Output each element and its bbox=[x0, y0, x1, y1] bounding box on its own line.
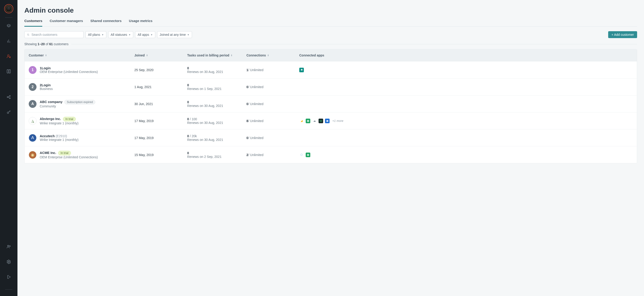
share-icon[interactable] bbox=[4, 92, 13, 102]
col-tasks[interactable]: Tasks used in billing period▲▼ bbox=[183, 49, 242, 61]
chevron-down-icon: ▼ bbox=[150, 33, 153, 36]
table-row[interactable]: ◉ACME Inc.In trialOEM Enterprise (Unlimi… bbox=[24, 146, 637, 163]
svg-point-17 bbox=[8, 261, 10, 263]
toolbar: All plans▼ All statuses▼ All apps▼ Joine… bbox=[24, 31, 637, 38]
customer-ext-id: (E2910) bbox=[55, 134, 67, 138]
customer-name: ACME Inc. bbox=[40, 151, 56, 155]
customers-table: Customer▲▼ Joined▲▼ Tasks used in billin… bbox=[24, 49, 637, 163]
sidebar-separator-bottom bbox=[5, 289, 12, 290]
avatar: ◮ bbox=[29, 117, 36, 125]
cell-apps bbox=[295, 129, 637, 146]
cell-connections: 1 / Unlimited bbox=[242, 61, 295, 78]
chevron-down-icon: ▼ bbox=[128, 33, 131, 36]
connected-app-icon: ▦ bbox=[306, 153, 310, 157]
cell-connections: 2 / Unlimited bbox=[242, 146, 295, 163]
status-badge: In trial bbox=[58, 151, 71, 155]
connected-app-icon: ☁ bbox=[312, 119, 317, 123]
svg-point-16 bbox=[10, 246, 10, 247]
page-title: Admin console bbox=[24, 6, 637, 14]
tab-customer-managers[interactable]: Customer managers bbox=[50, 19, 83, 27]
team-icon[interactable] bbox=[4, 242, 13, 251]
connected-app-icon: ⬡ bbox=[299, 153, 304, 157]
connected-app-icon: W bbox=[318, 119, 323, 123]
connected-app-icon: ▦ bbox=[306, 119, 310, 123]
sort-icon: ▲▼ bbox=[267, 54, 269, 56]
cell-tasks: 0Renews on 1 Sep, 2021 bbox=[183, 78, 242, 95]
customer-name: 2Login bbox=[40, 83, 51, 87]
customer-plan: Business bbox=[40, 87, 53, 91]
avatar: 2 bbox=[29, 83, 36, 91]
col-customer[interactable]: Customer▲▼ bbox=[24, 49, 130, 61]
tab-customers[interactable]: Customers bbox=[24, 19, 42, 27]
table-row[interactable]: 22LoginBusiness1 Aug, 20210Renews on 1 S… bbox=[24, 78, 637, 95]
cell-apps: ◢▦☁W▣+1 more bbox=[295, 112, 637, 129]
customer-plan: OEM Enterprise (Unlimited Connections) bbox=[40, 155, 98, 159]
col-joined[interactable]: Joined▲▼ bbox=[130, 49, 183, 61]
customer-name: Accutech bbox=[40, 134, 55, 138]
tab-usage-metrics[interactable]: Usage metrics bbox=[129, 19, 152, 27]
main-content: Admin console CustomersCustomer managers… bbox=[18, 0, 644, 296]
sort-icon: ▲▼ bbox=[146, 54, 148, 56]
cell-joined: 1 Aug, 2021 bbox=[130, 78, 183, 95]
svg-point-18 bbox=[27, 34, 29, 35]
search-icon bbox=[27, 33, 30, 36]
svg-point-15 bbox=[8, 245, 9, 247]
cell-tasks: 0 / 20kRenews on 30 Aug, 2021 bbox=[183, 129, 242, 146]
gear-icon[interactable] bbox=[4, 257, 13, 266]
cell-apps: ⬡▦ bbox=[295, 146, 637, 163]
customer-plan: Wrike Integrate 1 (monthly) bbox=[40, 138, 78, 142]
stack-icon[interactable] bbox=[4, 21, 13, 30]
svg-line-10 bbox=[8, 96, 10, 97]
book-icon[interactable] bbox=[4, 67, 13, 76]
col-connections[interactable]: Connections▲▼ bbox=[242, 49, 295, 61]
svg-marker-0 bbox=[7, 24, 10, 26]
table-row[interactable]: 11LoginOEM Enterprise (Unlimited Connect… bbox=[24, 61, 637, 78]
cell-connections: 0 / Unlimited bbox=[242, 95, 295, 112]
cell-connections: 8 / Unlimited bbox=[242, 112, 295, 129]
avatar: ◉ bbox=[29, 151, 36, 159]
search-input[interactable] bbox=[32, 33, 81, 36]
left-sidebar bbox=[0, 0, 18, 296]
connected-app-icon: ✱ bbox=[299, 68, 304, 72]
chevron-down-icon: ▼ bbox=[102, 33, 104, 36]
table-row[interactable]: AAccutech (E2910)Wrike Integrate 1 (mont… bbox=[24, 129, 637, 146]
sort-icon: ▲▼ bbox=[230, 54, 232, 56]
customer-plan: OEM Enterprise (Unlimited Connections) bbox=[40, 70, 98, 74]
filter-statuses[interactable]: All statuses▼ bbox=[108, 31, 134, 38]
filter-joined[interactable]: Joined at any time▼ bbox=[157, 31, 192, 38]
avatar: A bbox=[29, 134, 36, 142]
connected-app-icon: ▣ bbox=[325, 119, 330, 123]
app-logo[interactable] bbox=[4, 4, 13, 13]
logout-icon[interactable] bbox=[4, 272, 13, 282]
cell-tasks: 0Renews on 2 Sep, 2021 bbox=[183, 146, 242, 163]
chart-icon[interactable] bbox=[4, 36, 13, 46]
table-row[interactable]: AABC companySubscription expiredCommunit… bbox=[24, 95, 637, 112]
tab-shared-connectors[interactable]: Shared connectors bbox=[90, 19, 122, 27]
svg-point-4 bbox=[8, 55, 9, 56]
table-row[interactable]: ◮Abstergo Inc.In trialWrike Integrate 1 … bbox=[24, 112, 637, 129]
cell-tasks: 0 / 100Renews on 30 Aug, 2021 bbox=[183, 112, 242, 129]
cell-joined: 15 May, 2019 bbox=[130, 146, 183, 163]
col-apps: Connected apps bbox=[295, 49, 637, 61]
filter-plans[interactable]: All plans▼ bbox=[86, 31, 106, 38]
add-customer-button[interactable]: + Add customer bbox=[608, 31, 637, 38]
customer-name: ABC company bbox=[40, 100, 62, 104]
cell-apps bbox=[295, 95, 637, 112]
users-admin-icon[interactable] bbox=[4, 52, 13, 61]
avatar: 1 bbox=[29, 66, 36, 74]
chevron-down-icon: ▼ bbox=[187, 33, 190, 36]
key-icon[interactable] bbox=[4, 108, 13, 117]
result-count: Showing 1–20 of 61 customers bbox=[24, 42, 637, 46]
more-apps-text[interactable]: +1 more bbox=[332, 119, 343, 123]
svg-line-19 bbox=[29, 35, 29, 35]
svg-point-12 bbox=[7, 112, 9, 114]
search-box[interactable] bbox=[24, 31, 84, 38]
status-badge: Subscription expired bbox=[64, 100, 95, 104]
cell-joined: 17 May, 2019 bbox=[130, 129, 183, 146]
customer-plan: Wrike Integrate 1 (monthly) bbox=[40, 121, 78, 125]
avatar: A bbox=[29, 100, 36, 108]
cell-apps bbox=[295, 78, 637, 95]
sidebar-separator bbox=[5, 17, 12, 18]
connected-app-icon: ◢ bbox=[299, 119, 304, 123]
filter-apps[interactable]: All apps▼ bbox=[135, 31, 155, 38]
